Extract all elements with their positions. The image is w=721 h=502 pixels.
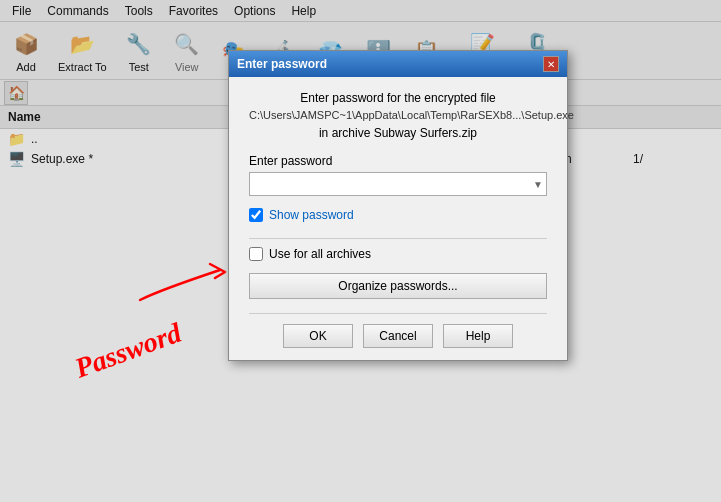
dialog-titlebar: Enter password ✕ (229, 51, 567, 77)
dialog-body: Enter password for the encrypted file C:… (229, 77, 567, 360)
help-button[interactable]: Help (443, 324, 513, 348)
show-password-checkbox[interactable] (249, 208, 263, 222)
show-password-label: Show password (269, 208, 354, 222)
use-archives-label: Use for all archives (269, 247, 371, 261)
message-filepath: C:\Users\JAMSPC~1\AppData\Local\Temp\Rar… (249, 107, 547, 124)
dialog-buttons: OK Cancel Help (249, 313, 547, 348)
dialog-title: Enter password (237, 57, 327, 71)
message-line1: Enter password for the encrypted file (249, 89, 547, 107)
separator (249, 238, 547, 239)
dialog-message: Enter password for the encrypted file C:… (249, 89, 547, 142)
show-password-row: Show password (249, 208, 547, 222)
message-line3: in archive Subway Surfers.zip (249, 124, 547, 142)
password-dialog: Enter password ✕ Enter password for the … (228, 50, 568, 361)
dialog-close-button[interactable]: ✕ (543, 56, 559, 72)
password-input-label: Enter password (249, 154, 547, 168)
ok-button[interactable]: OK (283, 324, 353, 348)
use-archives-row: Use for all archives (249, 247, 547, 261)
password-input[interactable] (249, 172, 547, 196)
use-archives-checkbox[interactable] (249, 247, 263, 261)
password-input-wrapper: ▼ (249, 172, 547, 196)
cancel-button[interactable]: Cancel (363, 324, 433, 348)
organize-passwords-button[interactable]: Organize passwords... (249, 273, 547, 299)
